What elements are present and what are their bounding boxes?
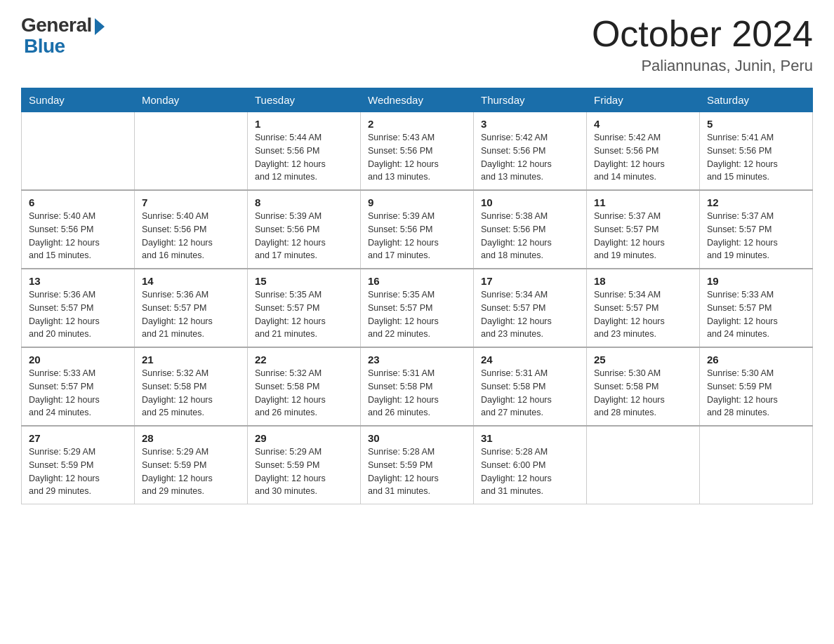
calendar-cell: 23Sunrise: 5:31 AM Sunset: 5:58 PM Dayli… [361, 347, 474, 426]
day-info: Sunrise: 5:36 AM Sunset: 5:57 PM Dayligh… [29, 288, 127, 341]
day-info: Sunrise: 5:28 AM Sunset: 5:59 PM Dayligh… [368, 445, 466, 498]
day-number: 8 [255, 196, 353, 208]
day-number: 29 [255, 432, 353, 444]
calendar-week-row: 6Sunrise: 5:40 AM Sunset: 5:56 PM Daylig… [22, 190, 813, 269]
calendar-week-row: 27Sunrise: 5:29 AM Sunset: 5:59 PM Dayli… [22, 426, 813, 504]
calendar-week-row: 13Sunrise: 5:36 AM Sunset: 5:57 PM Dayli… [22, 269, 813, 347]
day-number: 13 [29, 275, 127, 287]
day-number: 18 [594, 275, 692, 287]
calendar-cell: 17Sunrise: 5:34 AM Sunset: 5:57 PM Dayli… [474, 269, 587, 347]
calendar-table: SundayMondayTuesdayWednesdayThursdayFrid… [21, 88, 813, 504]
calendar-cell: 14Sunrise: 5:36 AM Sunset: 5:57 PM Dayli… [135, 269, 248, 347]
page-header: General Blue October 2024 Paliannunas, J… [21, 14, 813, 75]
day-info: Sunrise: 5:35 AM Sunset: 5:57 PM Dayligh… [368, 288, 466, 341]
calendar-cell: 27Sunrise: 5:29 AM Sunset: 5:59 PM Dayli… [22, 426, 135, 504]
calendar-cell: 2Sunrise: 5:43 AM Sunset: 5:56 PM Daylig… [361, 112, 474, 191]
calendar-cell: 4Sunrise: 5:42 AM Sunset: 5:56 PM Daylig… [587, 112, 700, 191]
calendar-cell [135, 112, 248, 191]
day-number: 17 [481, 275, 579, 287]
calendar-cell [700, 426, 813, 504]
day-number: 24 [481, 354, 579, 365]
day-number: 14 [142, 275, 240, 287]
logo-general-text: General [21, 14, 92, 36]
day-info: Sunrise: 5:37 AM Sunset: 5:57 PM Dayligh… [594, 210, 692, 262]
calendar-title: October 2024 [592, 14, 813, 54]
day-info: Sunrise: 5:29 AM Sunset: 5:59 PM Dayligh… [142, 445, 240, 498]
day-number: 9 [368, 196, 466, 208]
day-info: Sunrise: 5:41 AM Sunset: 5:56 PM Dayligh… [707, 131, 805, 184]
day-number: 28 [142, 432, 240, 444]
day-number: 4 [594, 118, 692, 130]
header-day-sunday: Sunday [22, 88, 135, 112]
day-info: Sunrise: 5:39 AM Sunset: 5:56 PM Dayligh… [368, 210, 466, 262]
day-number: 25 [594, 354, 692, 365]
calendar-week-row: 1Sunrise: 5:44 AM Sunset: 5:56 PM Daylig… [22, 112, 813, 191]
calendar-cell: 6Sunrise: 5:40 AM Sunset: 5:56 PM Daylig… [22, 190, 135, 269]
day-number: 19 [707, 275, 805, 287]
day-info: Sunrise: 5:32 AM Sunset: 5:58 PM Dayligh… [142, 367, 240, 420]
calendar-cell: 28Sunrise: 5:29 AM Sunset: 5:59 PM Dayli… [135, 426, 248, 504]
day-number: 26 [707, 354, 805, 365]
day-number: 30 [368, 432, 466, 444]
calendar-cell: 29Sunrise: 5:29 AM Sunset: 5:59 PM Dayli… [248, 426, 361, 504]
day-number: 22 [255, 354, 353, 365]
logo-arrow-icon [95, 18, 105, 35]
day-info: Sunrise: 5:40 AM Sunset: 5:56 PM Dayligh… [29, 210, 127, 262]
day-number: 2 [368, 118, 466, 130]
day-info: Sunrise: 5:29 AM Sunset: 5:59 PM Dayligh… [29, 445, 127, 498]
day-number: 15 [255, 275, 353, 287]
header-day-saturday: Saturday [700, 88, 813, 112]
calendar-cell: 11Sunrise: 5:37 AM Sunset: 5:57 PM Dayli… [587, 190, 700, 269]
calendar-cell [22, 112, 135, 191]
calendar-cell [587, 426, 700, 504]
day-number: 11 [594, 196, 692, 208]
day-number: 27 [29, 432, 127, 444]
calendar-cell: 10Sunrise: 5:38 AM Sunset: 5:56 PM Dayli… [474, 190, 587, 269]
day-info: Sunrise: 5:34 AM Sunset: 5:57 PM Dayligh… [594, 288, 692, 341]
calendar-week-row: 20Sunrise: 5:33 AM Sunset: 5:57 PM Dayli… [22, 347, 813, 426]
day-info: Sunrise: 5:29 AM Sunset: 5:59 PM Dayligh… [255, 445, 353, 498]
day-info: Sunrise: 5:39 AM Sunset: 5:56 PM Dayligh… [255, 210, 353, 262]
day-number: 31 [481, 432, 579, 444]
day-number: 23 [368, 354, 466, 365]
calendar-cell: 7Sunrise: 5:40 AM Sunset: 5:56 PM Daylig… [135, 190, 248, 269]
calendar-cell: 20Sunrise: 5:33 AM Sunset: 5:57 PM Dayli… [22, 347, 135, 426]
day-info: Sunrise: 5:40 AM Sunset: 5:56 PM Dayligh… [142, 210, 240, 262]
day-info: Sunrise: 5:43 AM Sunset: 5:56 PM Dayligh… [368, 131, 466, 184]
day-number: 1 [255, 118, 353, 130]
calendar-cell: 5Sunrise: 5:41 AM Sunset: 5:56 PM Daylig… [700, 112, 813, 191]
day-info: Sunrise: 5:33 AM Sunset: 5:57 PM Dayligh… [29, 367, 127, 420]
day-info: Sunrise: 5:37 AM Sunset: 5:57 PM Dayligh… [707, 210, 805, 262]
header-day-monday: Monday [135, 88, 248, 112]
header-day-wednesday: Wednesday [361, 88, 474, 112]
day-info: Sunrise: 5:33 AM Sunset: 5:57 PM Dayligh… [707, 288, 805, 341]
calendar-subtitle: Paliannunas, Junin, Peru [592, 57, 813, 75]
day-info: Sunrise: 5:31 AM Sunset: 5:58 PM Dayligh… [368, 367, 466, 420]
calendar-cell: 9Sunrise: 5:39 AM Sunset: 5:56 PM Daylig… [361, 190, 474, 269]
day-number: 16 [368, 275, 466, 287]
calendar-cell: 24Sunrise: 5:31 AM Sunset: 5:58 PM Dayli… [474, 347, 587, 426]
day-info: Sunrise: 5:36 AM Sunset: 5:57 PM Dayligh… [142, 288, 240, 341]
day-info: Sunrise: 5:28 AM Sunset: 6:00 PM Dayligh… [481, 445, 579, 498]
day-info: Sunrise: 5:35 AM Sunset: 5:57 PM Dayligh… [255, 288, 353, 341]
day-info: Sunrise: 5:42 AM Sunset: 5:56 PM Dayligh… [594, 131, 692, 184]
header-day-tuesday: Tuesday [248, 88, 361, 112]
calendar-cell: 3Sunrise: 5:42 AM Sunset: 5:56 PM Daylig… [474, 112, 587, 191]
day-info: Sunrise: 5:44 AM Sunset: 5:56 PM Dayligh… [255, 131, 353, 184]
calendar-cell: 30Sunrise: 5:28 AM Sunset: 5:59 PM Dayli… [361, 426, 474, 504]
calendar-cell: 19Sunrise: 5:33 AM Sunset: 5:57 PM Dayli… [700, 269, 813, 347]
day-info: Sunrise: 5:38 AM Sunset: 5:56 PM Dayligh… [481, 210, 579, 262]
day-number: 21 [142, 354, 240, 365]
header-day-friday: Friday [587, 88, 700, 112]
calendar-cell: 8Sunrise: 5:39 AM Sunset: 5:56 PM Daylig… [248, 190, 361, 269]
calendar-cell: 25Sunrise: 5:30 AM Sunset: 5:58 PM Dayli… [587, 347, 700, 426]
day-info: Sunrise: 5:30 AM Sunset: 5:59 PM Dayligh… [707, 367, 805, 420]
logo: General Blue [21, 14, 105, 58]
calendar-cell: 21Sunrise: 5:32 AM Sunset: 5:58 PM Dayli… [135, 347, 248, 426]
calendar-cell: 15Sunrise: 5:35 AM Sunset: 5:57 PM Dayli… [248, 269, 361, 347]
day-number: 6 [29, 196, 127, 208]
calendar-cell: 31Sunrise: 5:28 AM Sunset: 6:00 PM Dayli… [474, 426, 587, 504]
header-day-thursday: Thursday [474, 88, 587, 112]
calendar-cell: 13Sunrise: 5:36 AM Sunset: 5:57 PM Dayli… [22, 269, 135, 347]
calendar-cell: 22Sunrise: 5:32 AM Sunset: 5:58 PM Dayli… [248, 347, 361, 426]
